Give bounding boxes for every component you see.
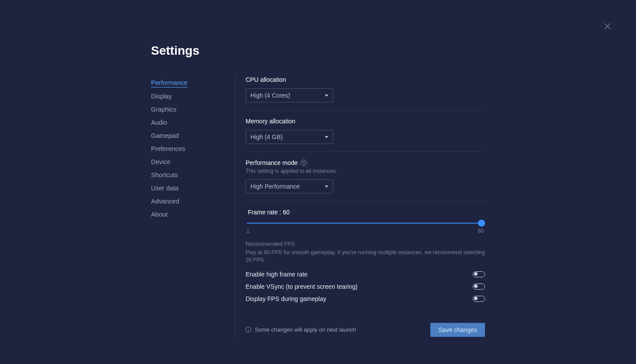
frame-rate-min: 1 [246, 228, 249, 234]
performance-mode-value: High Performance [250, 183, 300, 190]
toggle-knob [474, 284, 478, 288]
performance-mode-sublabel: This setting is applied to all instances… [246, 168, 485, 174]
close-button[interactable] [603, 22, 612, 31]
sidebar-item-gamepad[interactable]: Gamepad [151, 129, 179, 142]
toggle-label-display-fps: Display FPS during gameplay [246, 295, 326, 302]
info-icon: i [246, 327, 251, 332]
page-title: Settings [151, 44, 485, 58]
frame-rate-value: 60 [283, 209, 290, 216]
memory-allocation-value: High (4 GB) [250, 133, 283, 140]
settings-main: CPU allocation High (4 Cores) Memory all… [235, 76, 485, 337]
cpu-allocation-label: CPU allocation [246, 76, 485, 83]
save-changes-button[interactable]: Save changes [430, 323, 485, 337]
frame-rate-max: 60 [478, 228, 484, 234]
sidebar-item-graphics[interactable]: Graphics [151, 103, 176, 116]
sidebar-item-shortcuts[interactable]: Shortcuts [151, 168, 178, 182]
footer-note-text: Some changes will apply on next launch [255, 326, 356, 333]
sidebar-item-display[interactable]: Display [151, 90, 172, 103]
slider-track-line [247, 223, 484, 224]
sidebar-item-advanced[interactable]: Advanced [151, 195, 179, 208]
toggle-knob [474, 297, 478, 300]
close-icon [603, 22, 612, 31]
slider-thumb[interactable] [478, 220, 485, 227]
toggle-vsync[interactable] [473, 284, 485, 290]
performance-mode-select[interactable]: High Performance [246, 179, 333, 193]
frame-rate-label-prefix: Frame rate : [248, 209, 283, 216]
toggle-label-high-frame-rate: Enable high frame rate [246, 271, 308, 278]
sidebar-item-performance[interactable]: Performance [151, 76, 187, 88]
chevron-down-icon [325, 186, 328, 188]
frame-rate-hint-text: Play at 60 FPS for smooth gameplay. If y… [246, 249, 485, 264]
sidebar-item-audio[interactable]: Audio [151, 116, 167, 129]
settings-sidebar: Performance Display Graphics Audio Gamep… [151, 76, 235, 337]
toggle-knob [474, 272, 478, 276]
toggle-label-vsync: Enable VSync (to prevent screen tearing) [246, 283, 358, 290]
sidebar-item-about[interactable]: About [151, 208, 168, 221]
memory-allocation-label: Memory allocation [246, 118, 485, 125]
help-icon[interactable]: ? [301, 160, 307, 166]
cpu-allocation-select[interactable]: High (4 Cores) [246, 88, 333, 102]
sidebar-item-preferences[interactable]: Preferences [151, 142, 185, 155]
toggle-high-frame-rate[interactable] [473, 271, 485, 277]
frame-rate-slider[interactable] [246, 219, 485, 227]
performance-mode-label: Performance mode [246, 159, 298, 166]
toggle-display-fps[interactable] [473, 296, 485, 302]
sidebar-item-user-data[interactable]: User data [151, 182, 179, 195]
cpu-allocation-value: High (4 Cores) [250, 92, 290, 99]
frame-rate-hint-title: Recommended FPS [246, 241, 485, 247]
sidebar-item-device[interactable]: Device [151, 155, 170, 168]
chevron-down-icon [325, 136, 328, 138]
memory-allocation-select[interactable]: High (4 GB) [246, 130, 333, 144]
chevron-down-icon [325, 94, 328, 97]
